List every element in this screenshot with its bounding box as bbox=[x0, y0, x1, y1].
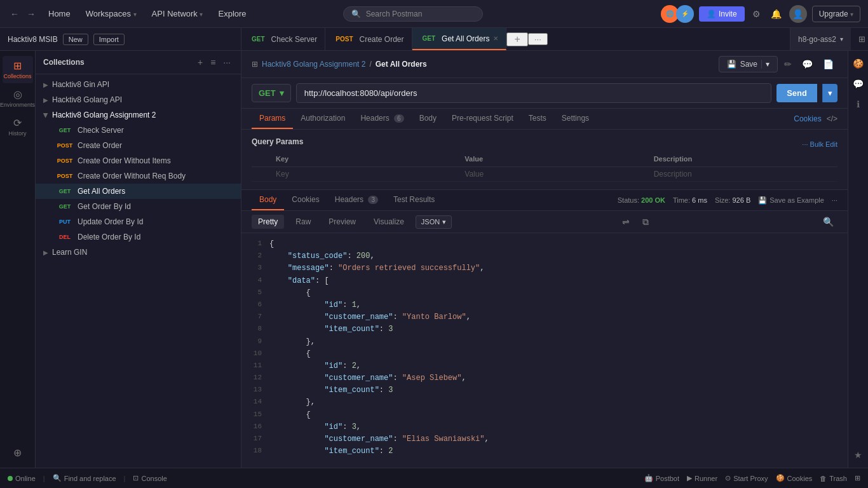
json-format-select[interactable]: JSON ▾ bbox=[416, 215, 452, 229]
avatar-2: ⚡ bbox=[676, 5, 694, 23]
cookies-link[interactable]: Cookies bbox=[794, 114, 821, 123]
env-selector[interactable]: h8-go-ass2 ▾ bbox=[790, 28, 851, 50]
request-get-all-orders[interactable]: GET Get All Orders bbox=[36, 184, 241, 199]
request-update-order[interactable]: PUT Update Order By Id bbox=[36, 214, 241, 229]
edit-icon[interactable]: ✏ bbox=[780, 57, 796, 72]
save-dropdown-icon[interactable]: ▾ bbox=[761, 60, 770, 69]
wrap-lines-button[interactable]: ⇌ bbox=[618, 215, 634, 228]
search-response-button[interactable]: 🔍 bbox=[819, 215, 837, 228]
bulk-edit-button[interactable]: ··· Bulk Edit bbox=[802, 140, 837, 148]
tab-create-order[interactable]: POST Create Order bbox=[325, 28, 412, 50]
tab-check-server[interactable]: GET Check Server bbox=[241, 28, 325, 50]
search-bar[interactable]: 🔍 Search Postman bbox=[343, 6, 483, 22]
chat-icon[interactable]: 💬 bbox=[798, 57, 817, 72]
request-create-order-no-items[interactable]: POST Create Order Without Items bbox=[36, 153, 241, 168]
tab-get-all-orders[interactable]: GET Get All Orders ✕ bbox=[412, 28, 507, 50]
headers-badge: 6 bbox=[394, 114, 404, 123]
more-options-button[interactable]: ··· bbox=[220, 56, 233, 69]
sidebar-item-collections[interactable]: ⊞ Collections bbox=[3, 56, 33, 83]
collection-golang-api[interactable]: ▶ Hacktiv8 Golang API bbox=[36, 92, 241, 107]
code-icon[interactable]: </> bbox=[827, 114, 837, 123]
runner-button[interactable]: ▶ Runner bbox=[687, 474, 717, 482]
format-preview[interactable]: Preview bbox=[322, 215, 362, 229]
breadcrumb-collection[interactable]: Hacktiv8 Golang Assignment 2 bbox=[262, 60, 365, 69]
tab-headers[interactable]: Headers 6 bbox=[353, 109, 411, 129]
sort-button[interactable]: ≡ bbox=[208, 56, 218, 69]
layout-button[interactable]: ⊞ bbox=[855, 474, 860, 482]
invite-button[interactable]: 👤 Invite bbox=[699, 6, 745, 22]
find-replace-button[interactable]: 🔍 Find and replace bbox=[53, 474, 116, 482]
sidebar-item-more[interactable]: ⊕ bbox=[3, 443, 33, 463]
right-icon-star[interactable]: ★ bbox=[851, 447, 865, 463]
console-button[interactable]: ⊡ Console bbox=[133, 474, 166, 482]
user-avatar[interactable]: 👤 bbox=[789, 5, 807, 23]
resp-tab-cookies[interactable]: Cookies bbox=[284, 190, 327, 210]
home-nav[interactable]: Home bbox=[43, 6, 76, 21]
format-raw[interactable]: Raw bbox=[289, 215, 317, 229]
notification-icon[interactable]: 🔔 bbox=[768, 6, 784, 22]
collection-golang-assignment-2[interactable]: ▶ Hacktiv8 Golang Assignment 2 bbox=[36, 107, 241, 123]
cookies-status-button[interactable]: 🍪 Cookies bbox=[776, 474, 813, 482]
resp-tab-headers[interactable]: Headers 3 bbox=[327, 190, 386, 210]
right-icon-comment[interactable]: 💬 bbox=[850, 76, 866, 92]
format-visualize[interactable]: Visualize bbox=[367, 215, 410, 229]
tab-settings[interactable]: Settings bbox=[554, 109, 597, 129]
tab-authorization[interactable]: Authorization bbox=[293, 109, 353, 129]
collection-gin-api[interactable]: ▶ Hacktiv8 Gin API bbox=[36, 77, 241, 92]
more-response-options[interactable]: ··· bbox=[832, 196, 837, 204]
sidebar-item-history[interactable]: ⟳ History bbox=[3, 113, 33, 140]
online-status[interactable]: Online bbox=[8, 475, 36, 482]
description-col-header: Description bbox=[649, 151, 837, 167]
more-tabs-button[interactable]: ··· bbox=[528, 33, 548, 45]
method-select[interactable]: GET ▾ bbox=[252, 84, 291, 102]
save-button[interactable]: 💾 Save ▾ bbox=[719, 56, 778, 72]
send-button[interactable]: Send bbox=[776, 84, 817, 102]
postbot-button[interactable]: 🤖 Postbot bbox=[644, 474, 679, 482]
upgrade-button[interactable]: Upgrade ▾ bbox=[812, 6, 860, 22]
code-line-1: 1 { bbox=[241, 238, 848, 250]
doc-icon[interactable]: 📄 bbox=[819, 57, 837, 72]
code-line-2: 2 "status_code": 200, bbox=[241, 250, 848, 262]
collection-learn-gin[interactable]: ▶ Learn GIN bbox=[36, 245, 241, 260]
layout-toggle-button[interactable]: ⊞ bbox=[856, 32, 868, 46]
api-network-nav[interactable]: API Network ▾ bbox=[147, 6, 208, 21]
forward-button[interactable]: → bbox=[24, 6, 38, 22]
url-input[interactable] bbox=[296, 83, 771, 103]
request-name: Create Order Without Req Body bbox=[78, 172, 186, 180]
param-desc-input[interactable] bbox=[654, 170, 832, 179]
request-create-order[interactable]: POST Create Order bbox=[36, 138, 241, 153]
right-icon-info[interactable]: ℹ bbox=[854, 97, 862, 112]
params-table: Key Value Description bbox=[252, 151, 837, 182]
new-button[interactable]: New bbox=[63, 34, 88, 45]
workspaces-nav[interactable]: Workspaces ▾ bbox=[81, 6, 142, 21]
back-button[interactable]: ← bbox=[8, 6, 22, 22]
add-collection-button[interactable]: + bbox=[195, 56, 205, 69]
settings-icon[interactable]: ⚙ bbox=[750, 6, 763, 22]
start-proxy-button[interactable]: ⊙ Start Proxy bbox=[725, 474, 768, 482]
request-name: Create Order Without Items bbox=[78, 156, 171, 165]
request-create-order-no-body[interactable]: POST Create Order Without Req Body bbox=[36, 168, 241, 184]
resp-tab-body[interactable]: Body bbox=[252, 190, 284, 210]
param-value-input[interactable] bbox=[465, 170, 643, 179]
tab-params[interactable]: Params bbox=[252, 109, 293, 129]
copy-response-button[interactable]: ⧉ bbox=[639, 215, 653, 229]
resp-tab-test-results[interactable]: Test Results bbox=[386, 190, 442, 210]
param-key-input[interactable] bbox=[276, 170, 454, 179]
request-get-order-by-id[interactable]: GET Get Order By Id bbox=[36, 199, 241, 214]
explore-nav[interactable]: Explore bbox=[213, 6, 251, 21]
tab-pre-request[interactable]: Pre-request Script bbox=[444, 109, 521, 129]
tab-tests[interactable]: Tests bbox=[521, 109, 554, 129]
save-example-button[interactable]: 💾 Save as Example bbox=[758, 196, 824, 205]
environments-label: Environments bbox=[0, 102, 35, 108]
right-icon-cookie[interactable]: 🍪 bbox=[850, 56, 866, 71]
request-check-server[interactable]: GET Check Server bbox=[36, 123, 241, 138]
tab-close-icon[interactable]: ✕ bbox=[493, 35, 498, 42]
request-delete-order[interactable]: DEL Delete Order By Id bbox=[36, 229, 241, 245]
import-button[interactable]: Import bbox=[93, 34, 125, 45]
format-pretty[interactable]: Pretty bbox=[252, 215, 284, 229]
add-tab-button[interactable]: + bbox=[506, 32, 527, 46]
trash-button[interactable]: 🗑 Trash bbox=[820, 475, 847, 482]
send-dropdown-button[interactable]: ▾ bbox=[822, 84, 837, 102]
sidebar-item-environments[interactable]: ◎ Environments bbox=[3, 85, 33, 112]
tab-body[interactable]: Body bbox=[412, 109, 444, 129]
